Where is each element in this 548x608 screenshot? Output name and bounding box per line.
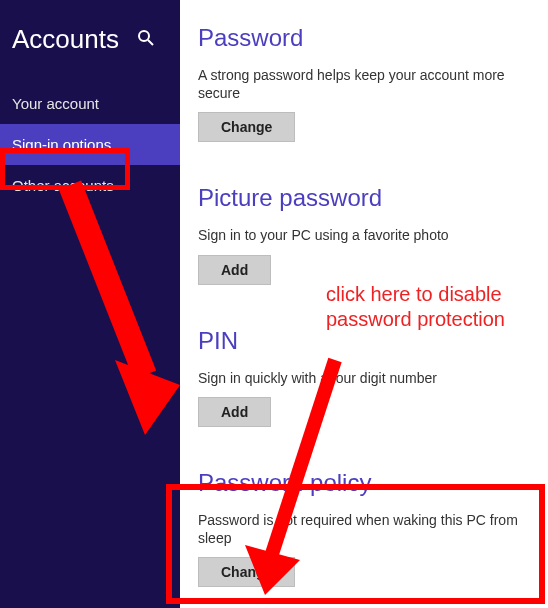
section-title-password: Password <box>198 24 538 52</box>
search-icon[interactable] <box>137 29 155 51</box>
sidebar-header: Accounts <box>0 24 180 83</box>
sidebar-item-label: Your account <box>12 95 99 112</box>
sidebar-item-other-accounts[interactable]: Other accounts <box>0 165 180 206</box>
section-desc-pin: Sign in quickly with a four digit number <box>198 369 538 387</box>
section-title-policy: Password policy <box>198 469 538 497</box>
section-desc-password: A strong password helps keep your accoun… <box>198 66 538 102</box>
add-pin-button[interactable]: Add <box>198 397 271 427</box>
sidebar-item-sign-in-options[interactable]: Sign-in options <box>0 124 180 165</box>
sidebar-item-label: Sign-in options <box>12 136 111 153</box>
section-desc-policy: Password is not required when waking thi… <box>198 511 538 547</box>
change-policy-button[interactable]: Change <box>198 557 295 587</box>
section-desc-picture: Sign in to your PC using a favorite phot… <box>198 226 538 244</box>
section-title-picture: Picture password <box>198 184 538 212</box>
section-password: Password A strong password helps keep yo… <box>198 24 538 142</box>
sidebar-item-label: Other accounts <box>12 177 114 194</box>
section-picture-password: Picture password Sign in to your PC usin… <box>198 184 538 284</box>
sidebar-item-your-account[interactable]: Your account <box>0 83 180 124</box>
add-picture-password-button[interactable]: Add <box>198 255 271 285</box>
section-pin: PIN Sign in quickly with a four digit nu… <box>198 327 538 427</box>
sidebar: Accounts Your account Sign-in options Ot… <box>0 0 180 608</box>
svg-point-0 <box>139 31 149 41</box>
page-title: Accounts <box>12 24 119 55</box>
main-content: Password A strong password helps keep yo… <box>180 0 548 608</box>
svg-line-1 <box>148 40 153 45</box>
section-password-policy: Password policy Password is not required… <box>198 469 538 587</box>
change-password-button[interactable]: Change <box>198 112 295 142</box>
section-title-pin: PIN <box>198 327 538 355</box>
